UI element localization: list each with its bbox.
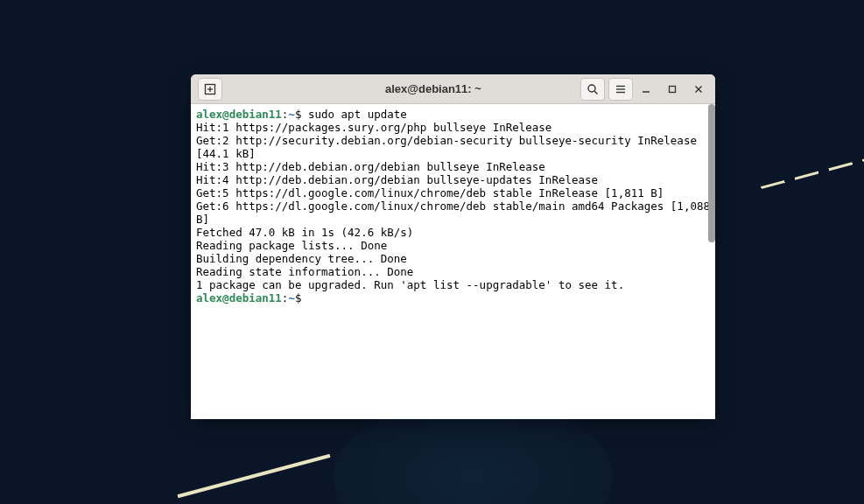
- svg-line-4: [594, 91, 598, 94]
- new-tab-button[interactable]: [198, 78, 222, 101]
- window-title: alex@debian11: ~: [385, 82, 481, 95]
- scrollbar-thumb[interactable]: [708, 104, 715, 242]
- terminal-window: alex@debian11: ~: [191, 74, 715, 419]
- svg-point-3: [588, 85, 595, 92]
- close-icon: [694, 85, 703, 94]
- menu-button[interactable]: [608, 78, 633, 101]
- terminal-line: alex@debian11:~$ sudo apt update: [196, 108, 710, 121]
- terminal-line: Get:2 http://security.debian.org/debian-…: [196, 134, 710, 160]
- maximize-icon: [668, 85, 677, 94]
- titlebar[interactable]: alex@debian11: ~: [191, 74, 715, 104]
- terminal-line: Reading package lists... Done: [196, 239, 710, 252]
- prompt-user-host: alex@debian11: [196, 108, 282, 121]
- prompt-dollar: $: [295, 291, 308, 304]
- window-controls: [635, 78, 710, 101]
- command-text: sudo apt update: [308, 108, 407, 121]
- close-button[interactable]: [687, 78, 710, 101]
- background-decoration-line: [178, 454, 331, 498]
- prompt-path: ~: [288, 291, 295, 304]
- terminal-body[interactable]: alex@debian11:~$ sudo apt updateHit:1 ht…: [191, 104, 715, 419]
- search-button[interactable]: [580, 78, 605, 101]
- terminal-line: Get:5 https://dl.google.com/linux/chrome…: [196, 186, 710, 200]
- minimize-icon: [642, 85, 650, 94]
- scrollbar-track[interactable]: [708, 104, 715, 419]
- svg-rect-9: [670, 86, 676, 92]
- terminal-line: Hit:4 http://deb.debian.org/debian bulls…: [196, 173, 710, 186]
- terminal-line: Building dependency tree... Done: [196, 252, 710, 265]
- terminal-line: Hit:1 https://packages.sury.org/php bull…: [196, 121, 710, 134]
- terminal-line: alex@debian11:~$: [196, 291, 710, 304]
- terminal-line: Fetched 47.0 kB in 1s (42.6 kB/s): [196, 226, 710, 239]
- background-decoration-line: [761, 155, 864, 189]
- prompt-path: ~: [288, 108, 295, 121]
- new-tab-icon: [204, 83, 216, 95]
- prompt-dollar: $: [295, 108, 308, 121]
- terminal-line: Reading state information... Done: [196, 265, 710, 278]
- minimize-button[interactable]: [635, 78, 657, 101]
- hamburger-icon: [615, 83, 627, 95]
- maximize-button[interactable]: [661, 78, 684, 101]
- prompt-user-host: alex@debian11: [196, 291, 282, 304]
- terminal-line: Get:6 https://dl.google.com/linux/chrome…: [196, 200, 710, 226]
- terminal-line: 1 package can be upgraded. Run 'apt list…: [196, 278, 710, 291]
- terminal-line: Hit:3 http://deb.debian.org/debian bulls…: [196, 160, 710, 173]
- search-icon: [587, 83, 599, 95]
